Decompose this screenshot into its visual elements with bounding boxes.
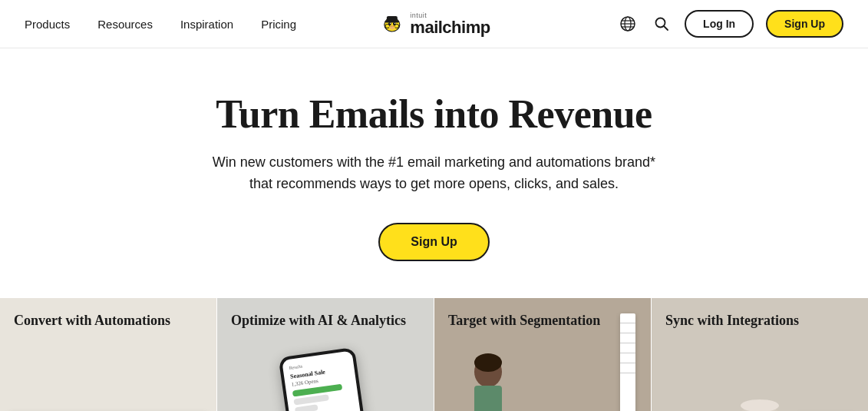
features-section: Convert with Automations Customer Journe… <box>0 298 868 411</box>
svg-rect-22 <box>474 386 502 411</box>
nav-signup-button[interactable]: Sign Up <box>766 10 843 38</box>
logo-mailchimp-label: mailchimp <box>410 19 490 36</box>
feature-automations[interactable]: Convert with Automations Customer Journe… <box>0 298 217 411</box>
cylinder-shape <box>741 406 779 411</box>
globe-icon[interactable] <box>617 13 639 35</box>
ruler-tick-3 <box>620 343 635 343</box>
hero-subtext: Win new customers with the #1 email mark… <box>204 152 665 195</box>
ruler-tick-4 <box>620 353 635 353</box>
svg-point-6 <box>389 23 390 24</box>
logo[interactable]: intuit mailchimp <box>378 10 490 38</box>
phone-bar-3 <box>295 404 318 411</box>
ruler-tick-6 <box>620 373 635 373</box>
feature-segmentation-title: Target with Segmentation <box>448 312 637 330</box>
svg-point-8 <box>390 27 394 29</box>
feature-ai-analytics[interactable]: Optimize with AI & Analytics Results Sea… <box>217 298 434 411</box>
ruler-tick-2 <box>620 333 635 333</box>
ruler-tick-1 <box>620 323 635 323</box>
svg-point-7 <box>394 23 394 24</box>
feature-ai-title: Optimize with AI & Analytics <box>231 312 420 330</box>
svg-point-12 <box>392 25 394 27</box>
hero-signup-button[interactable]: Sign Up <box>378 223 489 261</box>
nav-products[interactable]: Products <box>25 18 70 31</box>
nav-left: Products Resources Inspiration Pricing <box>25 18 296 31</box>
person-silhouette <box>457 349 519 411</box>
hero-section: Turn Emails into Revenue Win new custome… <box>0 48 868 298</box>
ruler-tick-5 <box>620 363 635 363</box>
mailchimp-monkey-icon <box>378 10 405 38</box>
logo-text: intuit mailchimp <box>410 12 490 36</box>
nav-pricing[interactable]: Pricing <box>261 18 296 31</box>
nav-inspiration[interactable]: Inspiration <box>180 18 233 31</box>
ruler-decoration <box>620 313 635 411</box>
svg-point-5 <box>392 22 395 25</box>
cylinder-decoration <box>741 406 779 411</box>
hero-headline: Turn Emails into Revenue <box>31 91 837 137</box>
svg-point-11 <box>390 25 391 27</box>
feature-integrations[interactable]: Sync with Integrations <box>652 298 868 411</box>
svg-line-19 <box>664 26 668 30</box>
login-button[interactable]: Log In <box>685 10 754 38</box>
svg-point-21 <box>474 353 502 372</box>
nav-resources[interactable]: Resources <box>97 18 153 31</box>
phone-screen: Results Seasonal Sale 1,326 Opens <box>282 350 369 411</box>
navigation: Products Resources Inspiration Pricing i… <box>0 0 868 48</box>
search-icon[interactable] <box>651 13 672 35</box>
nav-right: Log In Sign Up <box>617 10 843 38</box>
feature-integrations-title: Sync with Integrations <box>665 312 854 330</box>
svg-rect-10 <box>384 21 398 23</box>
feature-automations-title: Convert with Automations <box>14 312 203 330</box>
feature-segmentation[interactable]: Target with Segmentation <box>434 298 652 411</box>
svg-point-4 <box>388 22 391 25</box>
